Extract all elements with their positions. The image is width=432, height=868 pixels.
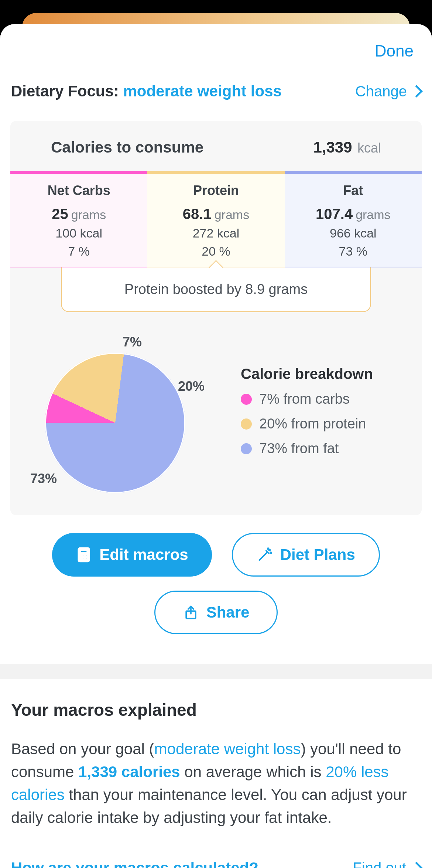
legend-text-carbs: 7% from carbs	[259, 391, 350, 407]
legend: Calorie breakdown 7% from carbs 20% from…	[241, 366, 402, 465]
protein-boost-callout: Protein boosted by 8.9 grams	[61, 267, 371, 312]
chevron-right-icon	[410, 85, 423, 98]
legend-row-fat: 73% from fat	[241, 441, 402, 457]
calories-row: Calories to consume 1,339 kcal	[10, 121, 422, 171]
share-button[interactable]: Share	[154, 591, 278, 634]
svg-point-3	[83, 555, 85, 556]
carbs-grams-unit: grams	[71, 208, 106, 222]
protein-kcal-unit: kcal	[217, 226, 239, 240]
fat-pct: 73	[339, 244, 353, 258]
dietary-focus-value: moderate weight loss	[123, 82, 281, 100]
pie-label-carbs: 7%	[123, 334, 142, 350]
pie-chart: 7% 20% 73%	[30, 331, 222, 500]
protein-grams: 68.1	[183, 206, 212, 222]
carbs-pct-unit: %	[79, 244, 90, 258]
legend-row-carbs: 7% from carbs	[241, 391, 402, 407]
carbs-head: Net Carbs	[10, 183, 147, 198]
svg-rect-1	[80, 550, 87, 553]
how-calculated-row[interactable]: How are your macros calculated? Find out	[0, 837, 432, 868]
pie-label-protein: 20%	[178, 379, 205, 394]
explain-section: Your macros explained Based on your goal…	[0, 679, 432, 837]
share-icon	[183, 604, 199, 621]
pie-label-fat: 73%	[30, 471, 57, 486]
calories-value: 1,339	[313, 139, 352, 156]
section-divider	[0, 664, 432, 679]
macro-col-fat: Fat 107.4grams 966 kcal 73 %	[285, 171, 422, 267]
diet-plans-label: Diet Plans	[280, 546, 355, 564]
legend-title: Calorie breakdown	[241, 366, 402, 382]
carbs-grams: 25	[52, 206, 68, 222]
protein-pct-unit: %	[219, 244, 230, 258]
svg-point-2	[80, 555, 82, 556]
chevron-right-icon	[410, 862, 423, 868]
dietary-focus-label: Dietary Focus:	[11, 82, 123, 100]
done-button[interactable]: Done	[375, 42, 414, 60]
fat-pct-unit: %	[356, 244, 367, 258]
legend-text-protein: 20% from protein	[259, 416, 366, 432]
how-calculated-label: How are your macros calculated?	[11, 859, 258, 868]
macro-col-protein: Protein 68.1grams 272 kcal 20 %	[147, 171, 284, 267]
dot-icon	[241, 418, 252, 430]
carbs-kcal-unit: kcal	[80, 226, 102, 240]
dietary-focus-label-wrap: Dietary Focus: moderate weight loss	[11, 82, 282, 100]
svg-point-9	[270, 552, 271, 553]
explain-text: than your maintenance level. You can adj…	[11, 786, 407, 826]
svg-point-7	[86, 557, 87, 559]
dot-icon	[241, 443, 252, 454]
svg-point-6	[83, 557, 85, 559]
protein-kcal: 272	[193, 226, 214, 240]
explain-text: on average which is	[180, 763, 326, 780]
protein-grams-unit: grams	[215, 208, 249, 222]
topbar: Done	[0, 24, 432, 64]
dot-icon	[241, 394, 252, 405]
share-label: Share	[206, 604, 250, 621]
svg-point-8	[269, 550, 270, 551]
share-row: Share	[0, 591, 432, 634]
legend-row-protein: 20% from protein	[241, 416, 402, 432]
calories-unit: kcal	[357, 140, 381, 156]
protein-pct: 20	[202, 244, 216, 258]
pie-graphic	[45, 353, 185, 493]
edit-macros-label: Edit macros	[99, 546, 188, 564]
change-focus-label: Change	[355, 83, 407, 100]
explain-title: Your macros explained	[11, 700, 421, 720]
carbs-pct: 7	[68, 244, 75, 258]
calculator-icon	[76, 547, 92, 563]
diet-plans-button[interactable]: Diet Plans	[232, 533, 380, 577]
macro-col-carbs: Net Carbs 25grams 100 kcal 7 %	[10, 171, 147, 267]
carbs-kcal: 100	[55, 226, 76, 240]
action-buttons-row: Edit macros Diet Plans	[0, 533, 432, 577]
change-focus-button[interactable]: Change	[355, 83, 421, 100]
fat-head: Fat	[285, 183, 422, 198]
edit-macros-button[interactable]: Edit macros	[52, 533, 212, 577]
find-out-link[interactable]: Find out	[353, 860, 421, 868]
find-out-label: Find out	[353, 860, 406, 868]
calories-value-wrap: 1,339 kcal	[313, 139, 381, 156]
svg-point-5	[80, 557, 82, 559]
modal-sheet: Done Dietary Focus: moderate weight loss…	[0, 24, 432, 868]
svg-point-4	[86, 555, 87, 556]
fat-kcal-unit: kcal	[354, 226, 376, 240]
wand-icon	[257, 547, 273, 563]
fat-grams-unit: grams	[356, 208, 390, 222]
explain-paragraph: Based on your goal (moderate weight loss…	[11, 738, 421, 830]
protein-boost-wrap: Protein boosted by 8.9 grams	[10, 267, 422, 312]
fat-grams: 107.4	[316, 206, 353, 222]
protein-head: Protein	[147, 183, 284, 198]
fat-kcal: 966	[330, 226, 351, 240]
svg-point-10	[267, 548, 268, 549]
chart-row: 7% 20% 73% Calorie breakdown 7% from car…	[10, 312, 422, 500]
explain-calories-link[interactable]: 1,339 calories	[78, 763, 180, 780]
macro-columns: Net Carbs 25grams 100 kcal 7 % Protein 6…	[10, 171, 422, 267]
explain-goal-link[interactable]: moderate weight loss	[154, 740, 301, 758]
macros-card: Calories to consume 1,339 kcal Net Carbs…	[10, 121, 422, 515]
dietary-focus-row: Dietary Focus: moderate weight loss Chan…	[0, 64, 432, 111]
calories-label: Calories to consume	[51, 139, 203, 156]
explain-text: Based on your goal (	[11, 740, 154, 758]
legend-text-fat: 73% from fat	[259, 441, 339, 457]
